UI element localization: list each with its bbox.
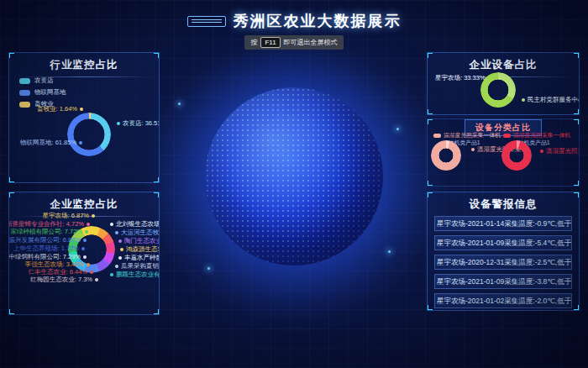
particle-dot [388,250,391,253]
slice-label: 瓜果采购直销地: 15.02% [115,262,160,270]
legend-swatch [19,78,30,84]
brand-logo-icon [187,16,226,27]
alarm-row: 星宇农场-2021-01-02采集温度:-2.0℃,低于下限:0℃ [434,293,572,308]
particle-dot [207,267,210,270]
panel-title: 企业设备占比 [428,58,579,72]
hint-suffix: 即可退出全屏模式 [284,38,338,47]
slice-label: 农资店: 36.51% [117,119,160,127]
globe-visualization [205,87,383,265]
slice-label: 民主村党群服务中心: [522,96,580,103]
page-header: 秀洲区农业大数据展示 按 F11 即可退出全屏模式 [0,11,588,50]
panel-device-alarm: 设备警报信息 星宇农场-2021-01-14采集温度:-0.9℃,低于下限:0℃… [427,192,580,311]
slice-label: 鸿森源生态农场: 4.29% [120,245,160,253]
industry-donut-chart[interactable] [67,113,111,156]
hint-prefix: 按 [250,38,257,47]
slice-label: 鹏颖生态农业有限公司: 6.87% [110,271,160,278]
panel-title: 设备警报信息 [428,197,579,212]
panel-enterprise-monitor: 企业监控占比 星宇农场: 6.87% 新塍蜜蜂专业合作社: 4.72% 家绿种植… [8,192,160,315]
alarm-row: 星宇农场-2021-01-09采集温度:-3.8℃,低于下限:0℃ [434,274,572,289]
slice-label: 上华生态养殖场: 1.72% [13,244,85,252]
slice-label: 丰嘉水产种苗养殖场: 1. [118,254,160,261]
slice-label: 畜牧业: 1.64% [37,105,83,113]
legend-swatch [19,90,30,96]
slice-label: 北刘银生态农场: 11.10% [110,220,160,228]
alarm-row: 星宇农场-2021-01-14采集温度:-0.9℃,低于下限:0℃ [434,216,572,231]
category-donut-chart-2[interactable] [501,140,532,171]
slice-label: 家绿种植有限公司: 7.72% [11,228,88,235]
dashboard: 秀洲区农业大数据展示 按 F11 即可退出全屏模式 行业监控占比 农资店 物联网… [0,0,588,368]
slice-label: 新塍蜜蜂专业合作社: 4.72% [8,220,90,228]
alarm-row: 星宇农场-2020-12-31采集温度:-2.5℃,低于下限:0℃ [434,255,572,270]
page-title: 秀洲区农业大数据展示 [234,11,402,31]
slice-label: 温湿度光照采集一 [540,147,580,155]
slice-label: 仁丰生态农业: 6.44% [29,268,93,276]
legend-item[interactable]: 农资店 [19,76,66,85]
slice-label: 大运河生态牧业有限责任公 [115,229,160,236]
legend-label: 农资店 [34,76,54,85]
particle-dot [178,103,181,105]
legend-item[interactable]: 物联网基地 [19,88,66,97]
alarm-row: 星宇农场-2021-01-09采集温度:-5.4℃,低于下限:0℃ [434,235,572,250]
industry-legend: 农资店 物联网基地 畜牧业 [19,76,66,108]
legend-swatch [503,134,511,138]
legend-label: 物联网基地 [34,88,66,97]
legend-swatch [19,102,30,108]
panel-enterprise-device: 企业设备占比 星宇农场: 33.33% 民主村党群服务中心: [427,52,580,115]
slice-label: 物联网基地: 61.85% [20,139,82,146]
slice-label: 中绿饲料有限公司: 7.29% [9,253,87,260]
slice-label: 振兴发展有限公司: 6.87% [9,236,87,244]
panel-title: 企业监控占比 [9,197,159,212]
fullscreen-hint: 按 F11 即可退出全屏模式 [244,35,343,50]
panel-title: 行业监控占比 [9,58,159,72]
slice-label: 李强生态农场: 3.42% [25,260,90,268]
slice-label: 星宇农场: 6.87% [43,212,95,219]
legend-swatch [433,134,441,138]
panel-device-category: 设备分类占比 温湿度光照采集一体机 一体机类产品1 温湿度光照采集一 温湿度光照… [427,118,580,187]
category-donut-chart-1[interactable] [431,140,461,171]
slice-label: 陶门生态农业科技有限公 [118,237,160,244]
particle-dot [396,128,399,130]
panel-industry-monitor: 行业监控占比 农资店 物联网基地 畜牧业 畜牧业: 1.64% 农资店: 36.… [8,52,160,183]
f11-keycap: F11 [260,37,280,48]
slice-label: 星宇农场: 33.33% [435,74,491,81]
slice-label: 红梅园生态农业: 7.3% [30,276,98,283]
